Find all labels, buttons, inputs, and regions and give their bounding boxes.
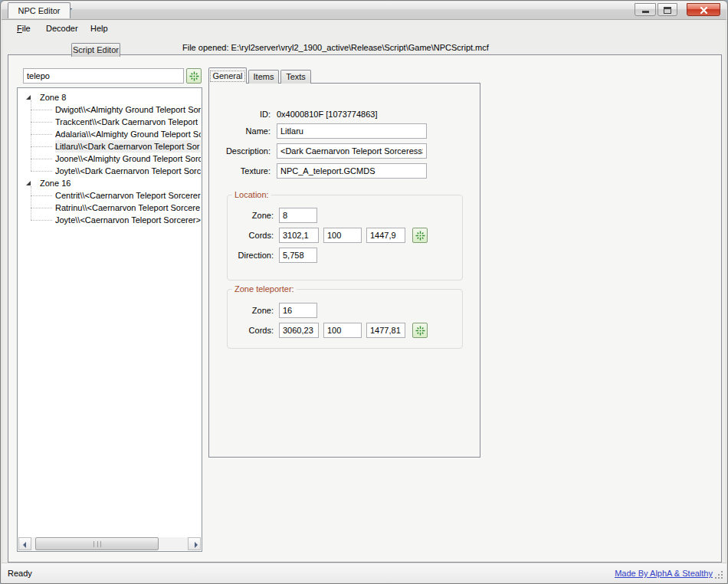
description-label: Description: — [203, 146, 271, 156]
expander-icon[interactable] — [26, 95, 31, 100]
resize-grip-icon[interactable] — [714, 570, 723, 579]
teleporter-group-title: Zone teleporter: — [232, 284, 297, 294]
app-window: MCF Editor File Decoder Help NPC Editor … — [0, 0, 728, 584]
maximize-icon — [664, 7, 671, 14]
tab-items[interactable]: Items — [248, 70, 279, 84]
status-bar: Ready Made By AlphA & Stealthy — [2, 563, 726, 582]
location-cord-z-field[interactable] — [366, 228, 405, 243]
tab-npc-editor[interactable]: NPC Editor — [8, 2, 71, 18]
menu-decoder[interactable]: Decoder — [41, 22, 84, 35]
tree-item[interactable]: Joyte\\<Caernarvon Teleport Sorcerer> — [18, 214, 202, 226]
tab-script-editor[interactable]: Script Editor — [71, 43, 120, 57]
location-zone-field[interactable] — [279, 208, 317, 223]
menu-file[interactable]: File — [11, 22, 36, 35]
teleporter-cord-z-field[interactable] — [366, 323, 405, 338]
teleporter-zone-label: Zone: — [229, 306, 274, 315]
tree-item[interactable]: Adalaria\\<Almighty Ground Teleport Sc — [18, 128, 202, 140]
green-crosshair-icon — [189, 71, 199, 81]
teleporter-cords-label: Cords: — [229, 326, 274, 335]
location-groupbox: Location: Zone: Cords: Direction: — [227, 190, 463, 281]
close-button[interactable] — [687, 3, 720, 16]
tree-item[interactable]: Joone\\<Almighty Ground Teleport Sorc — [18, 153, 202, 165]
general-tab-page: ID: 0x4000810F [1073774863] Name: Descri… — [208, 83, 480, 458]
id-value: 0x4000810F [1073774863] — [277, 110, 378, 119]
scroll-right-arrow[interactable] — [188, 537, 201, 550]
minimize-button[interactable] — [635, 3, 656, 16]
arrow-left-icon — [23, 542, 26, 548]
id-label: ID: — [209, 110, 271, 119]
green-crosshair-icon — [415, 231, 425, 241]
teleporter-cord-y-field[interactable] — [323, 323, 362, 338]
npc-tree: Zone 8 Dwigot\\<Almighty Ground Teleport… — [17, 87, 202, 552]
location-cord-y-field[interactable] — [323, 228, 362, 243]
close-icon — [700, 6, 708, 15]
scroll-left-arrow[interactable] — [18, 537, 31, 550]
tree-item[interactable]: Dwigot\\<Almighty Ground Teleport Sor — [18, 103, 202, 116]
file-opened-label: File opened: E:\ryl2server\vryl2_1900_ac… — [182, 43, 489, 52]
search-button[interactable] — [186, 68, 202, 84]
location-zone-label: Zone: — [229, 211, 274, 220]
teleporter-groupbox: Zone teleporter: Zone: Cords: — [227, 284, 463, 349]
search-input[interactable] — [23, 68, 184, 84]
tree-item[interactable]: Centrit\\<Caernarvon Teleport Sorcerer> — [18, 189, 202, 202]
name-field[interactable] — [277, 123, 427, 139]
description-field[interactable] — [277, 143, 427, 159]
location-cords-button[interactable] — [412, 228, 428, 243]
menu-help[interactable]: Help — [85, 22, 113, 35]
teleporter-zone-field[interactable] — [279, 303, 317, 318]
teleporter-cord-x-field[interactable] — [279, 323, 319, 338]
minimize-icon — [642, 11, 649, 13]
location-cords-label: Cords: — [229, 231, 274, 240]
tree-item-selected[interactable]: Litlaru\\<Dark Caernarvon Teleport Sor — [18, 140, 202, 153]
texture-field[interactable] — [277, 163, 427, 179]
scrollbar-thumb[interactable] — [35, 537, 159, 550]
menu-bar: File Decoder Help — [4, 21, 724, 37]
location-direction-label: Direction: — [217, 251, 274, 260]
tree-item[interactable]: Ratrinu\\<Caernarvon Teleport Sorcere — [18, 202, 202, 214]
location-direction-field[interactable] — [279, 248, 317, 263]
tab-general[interactable]: General — [208, 67, 247, 84]
location-group-title: Location: — [232, 190, 271, 199]
name-label: Name: — [209, 126, 271, 136]
teleporter-cords-button[interactable] — [412, 323, 428, 338]
green-crosshair-icon — [415, 326, 425, 336]
tree-node-zone8[interactable]: Zone 8 — [18, 91, 202, 103]
tree-node-zone16[interactable]: Zone 16 — [18, 177, 202, 189]
npc-editor-page: Zone 8 Dwigot\\<Almighty Ground Teleport… — [8, 54, 722, 563]
location-cord-x-field[interactable] — [279, 228, 319, 243]
texture-label: Texture: — [209, 166, 271, 176]
status-text: Ready — [8, 569, 32, 578]
arrow-right-icon — [195, 542, 198, 548]
tab-texts[interactable]: Texts — [280, 70, 311, 84]
title-bar: MCF Editor — [2, 2, 726, 20]
grip-icon — [93, 541, 101, 547]
horizontal-scrollbar[interactable] — [18, 537, 201, 550]
tree-item[interactable]: Joyte\\<Dark Caernarvon Teleport Sorc — [18, 165, 202, 177]
tree-item[interactable]: Trackcent\\<Dark Caernarvon Teleport — [18, 116, 202, 128]
expander-icon[interactable] — [26, 181, 31, 185]
maximize-button[interactable] — [657, 3, 677, 16]
credit-link[interactable]: Made By AlphA & Stealthy — [615, 569, 713, 578]
